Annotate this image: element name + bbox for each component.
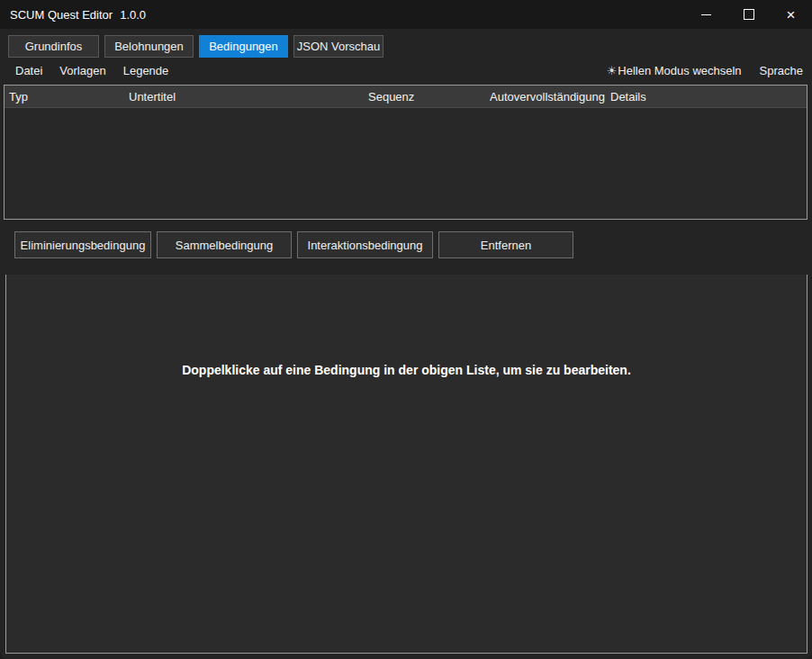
menu-vorlagen[interactable]: Vorlagen bbox=[59, 64, 105, 77]
column-header-typ[interactable]: Typ bbox=[9, 90, 129, 104]
menu-legende[interactable]: Legende bbox=[123, 64, 169, 77]
tab-json-vorschau[interactable]: JSON Vorschau bbox=[293, 35, 383, 58]
maximize-button[interactable] bbox=[727, 0, 770, 29]
tab-belohnungen[interactable]: Belohnungen bbox=[104, 35, 194, 58]
menu-datei[interactable]: Datei bbox=[15, 64, 42, 77]
condition-editor-panel: Doppelklicke auf eine Bedingung in der o… bbox=[5, 275, 807, 654]
conditions-table-body[interactable] bbox=[5, 108, 807, 219]
sun-icon: ☀ bbox=[607, 64, 618, 77]
minimize-icon bbox=[701, 14, 711, 15]
remove-button[interactable]: Entfernen bbox=[438, 231, 573, 258]
add-interaktionsbedingung-button[interactable]: Interaktionsbedingung bbox=[297, 231, 433, 258]
close-button[interactable]: × bbox=[770, 0, 812, 29]
maximize-icon bbox=[744, 9, 754, 20]
column-header-details[interactable]: Details bbox=[610, 90, 807, 104]
window-controls: × bbox=[685, 0, 812, 29]
column-header-sequenz[interactable]: Sequenz bbox=[368, 90, 490, 104]
action-button-row: Eliminierungsbedingung Sammelbedingung I… bbox=[14, 231, 573, 258]
window-title: SCUM Quest Editor bbox=[10, 8, 113, 22]
theme-toggle-label: Hellen Modus wechseln bbox=[618, 64, 741, 77]
menu-bar: Datei Vorlagen Legende ☀ Hellen Modus we… bbox=[0, 60, 812, 80]
conditions-table: Typ Untertitel Sequenz Autovervollständi… bbox=[4, 85, 807, 220]
tab-bedingungen[interactable]: Bedingungen bbox=[199, 35, 288, 58]
close-icon: × bbox=[787, 7, 796, 23]
editor-placeholder-text: Doppelklicke auf eine Bedingung in der o… bbox=[6, 363, 807, 377]
app-window: SCUM Quest Editor 1.0.0 × Grundinfos Bel… bbox=[0, 0, 812, 659]
column-header-autovervollstaendigung[interactable]: Autovervollständigung bbox=[490, 90, 610, 104]
add-eliminierungsbedingung-button[interactable]: Eliminierungsbedingung bbox=[14, 231, 151, 258]
tab-grundinfos[interactable]: Grundinfos bbox=[8, 35, 99, 58]
conditions-table-header: Typ Untertitel Sequenz Autovervollständi… bbox=[5, 86, 807, 108]
add-sammelbedingung-button[interactable]: Sammelbedingung bbox=[157, 231, 292, 258]
theme-toggle[interactable]: ☀ Hellen Modus wechseln bbox=[607, 64, 742, 77]
column-header-untertitel[interactable]: Untertitel bbox=[129, 90, 368, 104]
menu-sprache[interactable]: Sprache bbox=[760, 64, 803, 77]
window-version: 1.0.0 bbox=[120, 8, 146, 22]
tab-bar: Grundinfos Belohnungen Bedingungen JSON … bbox=[8, 35, 383, 58]
minimize-button[interactable] bbox=[685, 0, 727, 29]
titlebar[interactable]: SCUM Quest Editor 1.0.0 × bbox=[0, 0, 812, 29]
menu-right-group: ☀ Hellen Modus wechseln Sprache bbox=[607, 64, 812, 77]
